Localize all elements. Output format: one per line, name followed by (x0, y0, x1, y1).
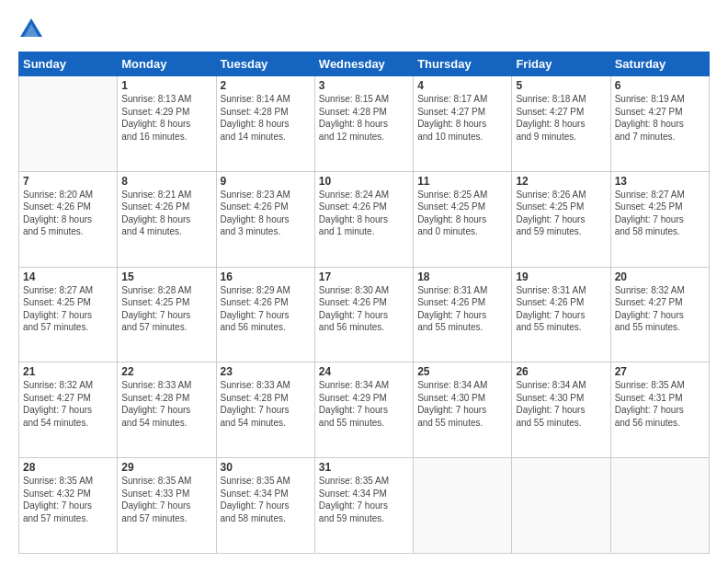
day-number: 18 (417, 270, 507, 283)
day-number: 30 (221, 461, 311, 474)
day-number: 19 (516, 270, 606, 283)
calendar-cell: 18Sunrise: 8:31 AM Sunset: 4:26 PM Dayli… (414, 267, 512, 362)
day-number: 21 (23, 365, 113, 378)
calendar-cell: 9Sunrise: 8:23 AM Sunset: 4:26 PM Daylig… (216, 171, 314, 267)
day-number: 2 (221, 79, 311, 92)
day-info: Sunrise: 8:31 AM Sunset: 4:26 PM Dayligh… (516, 284, 606, 334)
day-number: 8 (121, 175, 211, 188)
calendar-cell (19, 76, 118, 172)
calendar-cell: 12Sunrise: 8:26 AM Sunset: 4:25 PM Dayli… (512, 171, 610, 267)
day-info: Sunrise: 8:18 AM Sunset: 4:27 PM Dayligh… (516, 93, 606, 143)
calendar-cell: 15Sunrise: 8:28 AM Sunset: 4:25 PM Dayli… (118, 267, 216, 362)
day-info: Sunrise: 8:23 AM Sunset: 4:26 PM Dayligh… (221, 189, 311, 238)
day-info: Sunrise: 8:33 AM Sunset: 4:28 PM Dayligh… (121, 379, 211, 429)
day-number: 26 (516, 365, 606, 378)
calendar-cell (610, 458, 709, 554)
calendar-cell: 24Sunrise: 8:34 AM Sunset: 4:29 PM Dayli… (314, 362, 413, 458)
day-number: 14 (23, 270, 113, 283)
header (18, 17, 710, 42)
day-number: 27 (615, 365, 705, 378)
page: SundayMondayTuesdayWednesdayThursdayFrid… (0, 0, 728, 563)
calendar-cell: 11Sunrise: 8:25 AM Sunset: 4:25 PM Dayli… (414, 171, 512, 267)
day-number: 13 (615, 175, 705, 188)
day-number: 16 (221, 270, 311, 283)
calendar-cell: 14Sunrise: 8:27 AM Sunset: 4:25 PM Dayli… (19, 267, 118, 362)
day-number: 11 (417, 175, 507, 188)
weekday-header-saturday: Saturday (610, 52, 709, 76)
day-number: 10 (319, 175, 409, 188)
day-info: Sunrise: 8:15 AM Sunset: 4:28 PM Dayligh… (319, 93, 409, 143)
day-number: 3 (319, 79, 409, 92)
day-info: Sunrise: 8:30 AM Sunset: 4:26 PM Dayligh… (319, 284, 409, 334)
day-info: Sunrise: 8:13 AM Sunset: 4:29 PM Dayligh… (121, 93, 211, 143)
day-number: 4 (417, 79, 507, 92)
day-number: 7 (23, 175, 113, 188)
calendar-week-5: 28Sunrise: 8:35 AM Sunset: 4:32 PM Dayli… (19, 458, 710, 554)
day-number: 22 (121, 365, 211, 378)
day-number: 25 (417, 365, 507, 378)
day-info: Sunrise: 8:25 AM Sunset: 4:25 PM Dayligh… (417, 189, 507, 238)
day-number: 9 (221, 175, 311, 188)
calendar-cell (414, 458, 512, 554)
day-info: Sunrise: 8:28 AM Sunset: 4:25 PM Dayligh… (121, 284, 211, 334)
calendar-cell: 4Sunrise: 8:17 AM Sunset: 4:27 PM Daylig… (414, 76, 512, 172)
day-number: 24 (319, 365, 409, 378)
weekday-header-friday: Friday (512, 52, 610, 76)
calendar-cell: 2Sunrise: 8:14 AM Sunset: 4:28 PM Daylig… (216, 76, 314, 172)
day-info: Sunrise: 8:20 AM Sunset: 4:26 PM Dayligh… (23, 189, 113, 238)
calendar-cell: 5Sunrise: 8:18 AM Sunset: 4:27 PM Daylig… (512, 76, 610, 172)
day-info: Sunrise: 8:17 AM Sunset: 4:27 PM Dayligh… (417, 93, 507, 143)
day-info: Sunrise: 8:32 AM Sunset: 4:27 PM Dayligh… (615, 284, 705, 334)
day-number: 15 (121, 270, 211, 283)
day-info: Sunrise: 8:34 AM Sunset: 4:29 PM Dayligh… (319, 379, 409, 429)
day-info: Sunrise: 8:29 AM Sunset: 4:26 PM Dayligh… (221, 284, 311, 334)
day-info: Sunrise: 8:26 AM Sunset: 4:25 PM Dayligh… (516, 189, 606, 238)
day-info: Sunrise: 8:32 AM Sunset: 4:27 PM Dayligh… (23, 379, 113, 429)
calendar-cell: 23Sunrise: 8:33 AM Sunset: 4:28 PM Dayli… (216, 362, 314, 458)
day-number: 5 (516, 79, 606, 92)
day-info: Sunrise: 8:35 AM Sunset: 4:32 PM Dayligh… (23, 475, 113, 524)
day-number: 28 (23, 461, 113, 474)
day-number: 12 (516, 175, 606, 188)
weekday-header-sunday: Sunday (19, 52, 118, 76)
logo-icon (18, 17, 44, 42)
day-info: Sunrise: 8:27 AM Sunset: 4:25 PM Dayligh… (23, 284, 113, 334)
day-number: 20 (615, 270, 705, 283)
calendar-cell: 16Sunrise: 8:29 AM Sunset: 4:26 PM Dayli… (216, 267, 314, 362)
day-info: Sunrise: 8:27 AM Sunset: 4:25 PM Dayligh… (615, 189, 705, 238)
weekday-header-wednesday: Wednesday (314, 52, 413, 76)
weekday-header-tuesday: Tuesday (216, 52, 314, 76)
day-info: Sunrise: 8:31 AM Sunset: 4:26 PM Dayligh… (417, 284, 507, 334)
calendar-week-1: 1Sunrise: 8:13 AM Sunset: 4:29 PM Daylig… (19, 76, 710, 172)
calendar-cell: 22Sunrise: 8:33 AM Sunset: 4:28 PM Dayli… (118, 362, 216, 458)
day-number: 29 (121, 461, 211, 474)
calendar-cell: 13Sunrise: 8:27 AM Sunset: 4:25 PM Dayli… (610, 171, 709, 267)
day-info: Sunrise: 8:35 AM Sunset: 4:33 PM Dayligh… (121, 475, 211, 524)
day-info: Sunrise: 8:21 AM Sunset: 4:26 PM Dayligh… (121, 189, 211, 238)
day-info: Sunrise: 8:14 AM Sunset: 4:28 PM Dayligh… (221, 93, 311, 143)
calendar-week-2: 7Sunrise: 8:20 AM Sunset: 4:26 PM Daylig… (19, 171, 710, 267)
logo (18, 17, 48, 42)
day-info: Sunrise: 8:35 AM Sunset: 4:34 PM Dayligh… (221, 475, 311, 524)
calendar-cell: 10Sunrise: 8:24 AM Sunset: 4:26 PM Dayli… (314, 171, 413, 267)
calendar-cell: 21Sunrise: 8:32 AM Sunset: 4:27 PM Dayli… (19, 362, 118, 458)
calendar-cell: 25Sunrise: 8:34 AM Sunset: 4:30 PM Dayli… (414, 362, 512, 458)
calendar-cell: 7Sunrise: 8:20 AM Sunset: 4:26 PM Daylig… (19, 171, 118, 267)
calendar-cell: 27Sunrise: 8:35 AM Sunset: 4:31 PM Dayli… (610, 362, 709, 458)
calendar-cell: 29Sunrise: 8:35 AM Sunset: 4:33 PM Dayli… (118, 458, 216, 554)
calendar-cell: 17Sunrise: 8:30 AM Sunset: 4:26 PM Dayli… (314, 267, 413, 362)
day-info: Sunrise: 8:33 AM Sunset: 4:28 PM Dayligh… (221, 379, 311, 429)
day-info: Sunrise: 8:35 AM Sunset: 4:31 PM Dayligh… (615, 379, 705, 429)
day-number: 1 (121, 79, 211, 92)
calendar-cell: 30Sunrise: 8:35 AM Sunset: 4:34 PM Dayli… (216, 458, 314, 554)
calendar-week-4: 21Sunrise: 8:32 AM Sunset: 4:27 PM Dayli… (19, 362, 710, 458)
calendar-cell: 3Sunrise: 8:15 AM Sunset: 4:28 PM Daylig… (314, 76, 413, 172)
weekday-header-monday: Monday (118, 52, 216, 76)
day-info: Sunrise: 8:34 AM Sunset: 4:30 PM Dayligh… (516, 379, 606, 429)
day-number: 17 (319, 270, 409, 283)
calendar-cell: 28Sunrise: 8:35 AM Sunset: 4:32 PM Dayli… (19, 458, 118, 554)
day-number: 31 (319, 461, 409, 474)
day-info: Sunrise: 8:19 AM Sunset: 4:27 PM Dayligh… (615, 93, 705, 143)
calendar-cell: 19Sunrise: 8:31 AM Sunset: 4:26 PM Dayli… (512, 267, 610, 362)
calendar-cell (512, 458, 610, 554)
